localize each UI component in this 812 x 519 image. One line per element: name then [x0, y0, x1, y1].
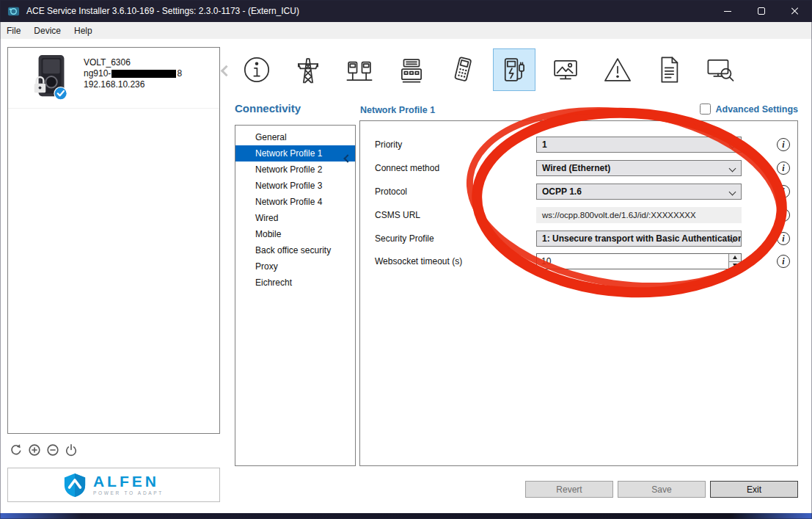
- device-actions: [10, 443, 78, 457]
- spinner-down-button[interactable]: [729, 262, 741, 269]
- tab-info[interactable]: [235, 48, 278, 91]
- advanced-settings-checkbox[interactable]: [700, 104, 711, 115]
- settings-form: Priority 1 i Connect method Wired (Ether…: [359, 120, 798, 466]
- window-bottom-edge: [0, 513, 812, 519]
- menu-device[interactable]: Device: [27, 22, 67, 39]
- brand-tagline: POWER TO ADAPT: [93, 490, 164, 496]
- spinner-up-button[interactable]: [729, 254, 741, 262]
- exit-button[interactable]: Exit: [710, 481, 798, 498]
- cabinet-icon: [396, 54, 427, 85]
- websocket-timeout-info-icon[interactable]: i: [777, 255, 790, 268]
- subnav-eichrecht[interactable]: Eichrecht: [235, 275, 355, 291]
- section-heading: Connectivity: [235, 102, 301, 115]
- info-icon: [241, 54, 272, 85]
- protocol-label: Protocol: [375, 186, 536, 197]
- maximize-button[interactable]: [745, 0, 778, 22]
- remove-device-icon[interactable]: [46, 443, 59, 457]
- page-title: Network Profile 1: [360, 105, 435, 115]
- brand-name: ALFEN: [93, 474, 164, 489]
- minimize-button[interactable]: [711, 0, 745, 22]
- save-button[interactable]: Save: [618, 481, 706, 498]
- subnav-network-profile-2[interactable]: Network Profile 2: [235, 161, 355, 178]
- csms-url-field[interactable]: ws://ocpp.800volt.de/1.6J/id/:XXXXXXXX: [536, 207, 742, 223]
- settings-category-toolbar: [235, 48, 742, 91]
- minimize-icon: [724, 11, 731, 12]
- csms-url-info-icon[interactable]: i: [777, 208, 790, 222]
- connect-method-row: Connect method Wired (Ethernet) i: [375, 160, 790, 176]
- chevron-down-icon: [729, 165, 736, 173]
- menu-bar: File Device Help: [0, 22, 812, 39]
- security-profile-dropdown[interactable]: 1: Unsecure transport with Basic Authent…: [536, 231, 742, 247]
- priority-dropdown[interactable]: 1: [536, 137, 742, 153]
- subnav-general[interactable]: General: [235, 129, 355, 145]
- close-icon: [791, 7, 800, 15]
- advanced-settings: Advanced Settings: [700, 104, 798, 115]
- add-device-icon[interactable]: [28, 443, 41, 457]
- maximize-icon: [758, 7, 765, 15]
- tab-card-reader[interactable]: [442, 48, 484, 91]
- chevron-down-icon: [729, 142, 736, 149]
- display-image-icon: [550, 54, 581, 85]
- log-document-icon: [654, 54, 684, 85]
- device-list: VOLT_6306 ng910-8 192.168.10.236: [7, 47, 220, 434]
- close-button[interactable]: [778, 0, 812, 22]
- tab-diagnostics[interactable]: [699, 48, 742, 91]
- revert-button[interactable]: Revert: [525, 481, 613, 498]
- card-reader-icon: [447, 54, 478, 85]
- security-profile-info-icon[interactable]: i: [777, 232, 790, 245]
- menu-file[interactable]: File: [0, 22, 27, 39]
- menu-help[interactable]: Help: [67, 22, 99, 39]
- tab-connectivity[interactable]: [493, 48, 535, 91]
- triangle-up-icon: [733, 255, 737, 259]
- app-icon: [7, 5, 20, 18]
- protocol-info-icon[interactable]: i: [777, 185, 790, 198]
- subnav-proxy[interactable]: Proxy: [235, 258, 355, 275]
- collapse-panel-chevron-icon[interactable]: [222, 65, 230, 78]
- alfen-shield-icon: [64, 473, 86, 498]
- tab-display[interactable]: [544, 48, 587, 91]
- brand-logo-box: ALFEN POWER TO ADAPT: [7, 468, 220, 502]
- subnav-wired[interactable]: Wired: [235, 210, 355, 226]
- device-name: VOLT_6306: [84, 57, 182, 68]
- window-title: ACE Service Installer 3.6.10-169 - Setti…: [26, 6, 299, 16]
- websocket-timeout-input[interactable]: 10: [536, 253, 742, 269]
- charging-station-icon: [499, 54, 530, 85]
- tab-cabinet[interactable]: [390, 48, 433, 91]
- title-bar: ACE Service Installer 3.6.10-169 - Setti…: [0, 0, 812, 22]
- device-serial: ng910-8: [84, 68, 182, 79]
- chevron-down-icon: [729, 189, 736, 196]
- protocol-row: Protocol OCPP 1.6 i: [375, 184, 790, 200]
- subnav-network-profile-1[interactable]: Network Profile 1: [235, 145, 355, 161]
- warning-icon: [602, 54, 633, 85]
- refresh-icon[interactable]: [10, 443, 23, 457]
- tab-power-grid[interactable]: [287, 48, 329, 91]
- device-ip: 192.168.10.236: [84, 79, 182, 90]
- subnav-back-office-security[interactable]: Back office security: [235, 242, 355, 258]
- tab-logs[interactable]: [648, 48, 690, 91]
- protocol-dropdown[interactable]: OCPP 1.6: [536, 184, 742, 200]
- security-profile-row: Security Profile 1: Unsecure transport w…: [375, 231, 790, 247]
- tab-warnings[interactable]: [596, 48, 639, 91]
- security-profile-label: Security Profile: [375, 233, 536, 244]
- device-network-icon: [344, 54, 375, 85]
- window-controls: [711, 0, 812, 22]
- advanced-settings-label: Advanced Settings: [715, 104, 798, 115]
- device-info: VOLT_6306 ng910-8 192.168.10.236: [84, 54, 182, 102]
- device-entry[interactable]: VOLT_6306 ng910-8 192.168.10.236: [8, 48, 219, 109]
- subnav-mobile[interactable]: Mobile: [235, 226, 355, 242]
- connectivity-subnav: General Network Profile 1 Network Profil…: [235, 125, 356, 466]
- power-pylon-icon: [293, 54, 323, 85]
- priority-label: Priority: [375, 139, 536, 150]
- tab-device-network[interactable]: [338, 48, 381, 91]
- subnav-network-profile-3[interactable]: Network Profile 3: [235, 178, 355, 194]
- connect-method-dropdown[interactable]: Wired (Ethernet): [536, 160, 742, 176]
- redaction-bar: [111, 70, 176, 78]
- priority-info-icon[interactable]: i: [777, 138, 790, 151]
- csms-url-row: CSMS URL ws://ocpp.800volt.de/1.6J/id/:X…: [375, 207, 790, 223]
- websocket-timeout-label: Websocket timeout (s): [375, 256, 536, 266]
- connect-method-info-icon[interactable]: i: [777, 161, 790, 175]
- subnav-network-profile-4[interactable]: Network Profile 4: [235, 194, 355, 210]
- priority-row: Priority 1 i: [375, 137, 790, 153]
- triangle-down-icon: [733, 264, 737, 267]
- power-icon[interactable]: [65, 443, 78, 457]
